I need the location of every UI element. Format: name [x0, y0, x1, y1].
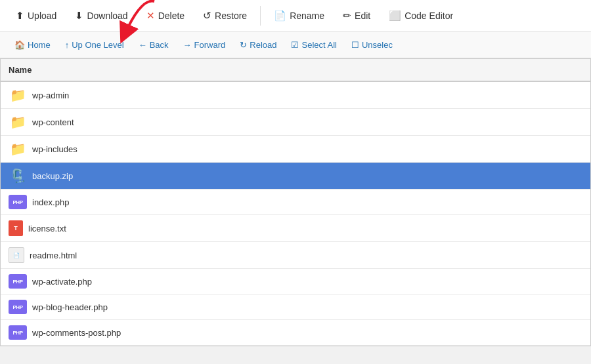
table-row[interactable]: 📁 wp-admin: [1, 81, 590, 109]
php-icon: PHP: [9, 325, 27, 340]
file-row-inner: PHP wp-comments-post.php: [9, 325, 582, 340]
table-row[interactable]: T license.txt: [1, 215, 590, 242]
table-row[interactable]: PHP index.php: [1, 190, 590, 215]
php-icon: PHP: [9, 274, 27, 289]
file-name: wp-includes: [32, 144, 77, 154]
select-all-icon: ☑: [291, 40, 299, 50]
file-row-inner: PHP wp-blog-header.php: [9, 300, 582, 314]
name-column-header: Name: [1, 59, 590, 81]
forward-icon: →: [183, 40, 192, 50]
delete-icon: ✕: [146, 10, 155, 22]
file-table: Name 📁 wp-admin 📁 wp-content 📁 wp-includ…: [1, 59, 590, 346]
code-editor-icon: ⬜: [389, 10, 401, 22]
file-name: wp-activate.php: [32, 277, 92, 287]
file-name: wp-comments-post.php: [32, 328, 121, 338]
table-row[interactable]: 📄 readme.html: [1, 242, 590, 269]
zip-icon: 🗜️: [9, 168, 27, 184]
delete-button[interactable]: ✕ Delete: [139, 5, 192, 26]
file-row-inner: 📄 readme.html: [9, 247, 582, 263]
table-header-row: Name: [1, 59, 590, 81]
select-all-button[interactable]: ☑ Select All: [284, 36, 343, 54]
file-row-inner: 📁 wp-includes: [9, 141, 582, 157]
back-button[interactable]: ← Back: [132, 36, 175, 54]
file-row-inner: 📁 wp-admin: [9, 87, 582, 103]
file-row-inner: T license.txt: [9, 220, 582, 236]
file-name: readme.html: [30, 251, 77, 260]
back-icon: ←: [139, 40, 147, 50]
restore-icon: ↺: [203, 10, 211, 22]
reload-button[interactable]: ↻ Reload: [233, 36, 283, 54]
file-name: wp-blog-header.php: [32, 302, 108, 312]
table-row[interactable]: PHP wp-comments-post.php: [1, 320, 590, 346]
file-name: index.php: [32, 197, 69, 207]
file-table-container: Name 📁 wp-admin 📁 wp-content 📁 wp-includ…: [0, 58, 591, 346]
toolbar: ⬆ Upload ⬇ Download ✕ Delete ↺ Restore 📄…: [0, 0, 591, 32]
up-icon: ↑: [65, 40, 70, 50]
txt-icon: T: [9, 220, 23, 236]
php-icon: PHP: [9, 195, 27, 209]
forward-button[interactable]: → Forward: [177, 36, 232, 54]
restore-button[interactable]: ↺ Restore: [195, 5, 255, 26]
home-icon: 🏠: [14, 40, 25, 50]
folder-icon: 📁: [9, 114, 27, 130]
php-icon: PHP: [9, 300, 27, 314]
upload-button[interactable]: ⬆ Upload: [8, 5, 64, 26]
download-icon: ⬇: [75, 10, 83, 22]
table-row[interactable]: PHP wp-blog-header.php: [1, 294, 590, 320]
file-name: wp-content: [32, 117, 74, 127]
toolbar-divider: [260, 6, 261, 26]
folder-icon: 📁: [9, 141, 27, 157]
file-row-inner: PHP wp-activate.php: [9, 274, 582, 289]
file-row-inner: PHP index.php: [9, 195, 582, 209]
file-name: license.txt: [28, 224, 66, 233]
table-row[interactable]: 📁 wp-content: [1, 109, 590, 136]
download-button[interactable]: ⬇ Download: [67, 5, 135, 26]
unselect-icon: ☐: [351, 40, 359, 50]
rename-icon: 📄: [274, 10, 286, 22]
folder-icon: 📁: [9, 87, 27, 103]
file-name: backup.zip: [32, 171, 73, 181]
edit-button[interactable]: ✏ Edit: [335, 5, 378, 26]
table-row[interactable]: 🗜️ backup.zip: [1, 163, 590, 190]
table-row[interactable]: PHP wp-activate.php: [1, 269, 590, 294]
up-one-level-button[interactable]: ↑ Up One Level: [58, 36, 131, 54]
html-icon: 📄: [9, 247, 24, 263]
edit-icon: ✏: [343, 10, 351, 22]
file-row-inner: 📁 wp-content: [9, 114, 582, 130]
file-name: wp-admin: [32, 91, 69, 100]
rename-button[interactable]: 📄 Rename: [266, 5, 332, 26]
code-editor-button[interactable]: ⬜ Code Editor: [381, 5, 461, 26]
navbar: 🏠 Home ↑ Up One Level ← Back → Forward ↻…: [0, 32, 591, 58]
unselect-button[interactable]: ☐ Unselec: [345, 36, 399, 54]
reload-icon: ↻: [240, 40, 247, 50]
table-row[interactable]: 📁 wp-includes: [1, 136, 590, 163]
home-button[interactable]: 🏠 Home: [8, 36, 57, 54]
file-row-inner: 🗜️ backup.zip: [9, 168, 582, 184]
upload-icon: ⬆: [16, 10, 24, 22]
